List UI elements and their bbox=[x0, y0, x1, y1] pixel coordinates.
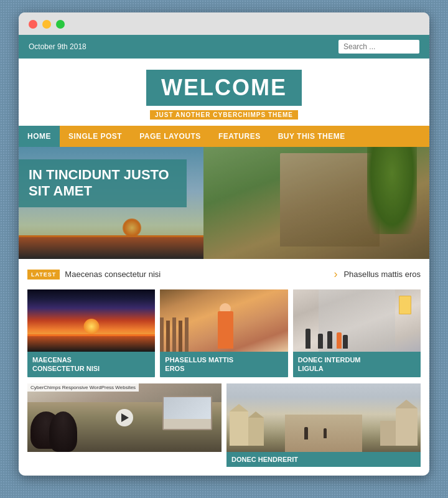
maximize-button[interactable] bbox=[56, 20, 65, 29]
monkey-shape-2 bbox=[49, 411, 77, 452]
browser-chrome bbox=[19, 12, 429, 35]
card-girl-image bbox=[160, 289, 287, 352]
village-building-3 bbox=[396, 408, 418, 446]
latest-item-2: Phasellus mattis eros bbox=[343, 270, 421, 279]
site-title: WELCOME bbox=[161, 75, 287, 101]
content-area: LATEST Maecenas consectetur nisi › Phase… bbox=[19, 263, 429, 476]
nav-item-buy-theme[interactable]: BUY THIS THEME bbox=[269, 126, 354, 147]
village-building-2 bbox=[248, 418, 264, 446]
top-bar: October 9th 2018 bbox=[19, 35, 429, 59]
fence-post-3 bbox=[172, 317, 176, 352]
bottom-card-village[interactable]: DONEC HENDRERIT bbox=[226, 383, 421, 467]
bottom-card-video[interactable]: CyberChimps Responsive WordPress Website… bbox=[27, 383, 222, 467]
browser-window: October 9th 2018 WELCOME JUST ANOTHER CY… bbox=[19, 12, 429, 476]
card-grid: MAECENASCONSECTETUR NISI PHASELLUS MATTI… bbox=[27, 289, 421, 377]
nav-item-features[interactable]: FEATURES bbox=[210, 126, 269, 147]
nav-item-single-post[interactable]: SINGLE POST bbox=[60, 126, 131, 147]
bottom-grid: CyberChimps Responsive WordPress Website… bbox=[27, 383, 421, 467]
card-phasellus[interactable]: PHASELLUS MATTISEROS bbox=[160, 289, 287, 377]
village-building-4 bbox=[380, 421, 396, 446]
card-label-maecenas: MAECENASCONSECTETUR NISI bbox=[27, 352, 155, 377]
girl-body bbox=[218, 311, 233, 349]
video-label-top: CyberChimps Responsive WordPress Website… bbox=[27, 383, 139, 392]
fence-post-1 bbox=[160, 317, 164, 352]
close-button[interactable] bbox=[29, 20, 37, 29]
card-label-donec: DONEC INTERDUMLIGULA bbox=[293, 352, 421, 377]
hero-title: IN TINCIDUNT JUSTO SIT AMET bbox=[29, 167, 177, 200]
village-building-1 bbox=[230, 411, 248, 446]
person-2 bbox=[318, 334, 323, 349]
latest-item-1: Maecenas consectetur nisi bbox=[65, 270, 327, 279]
village-person-1 bbox=[304, 427, 308, 439]
sign-shape bbox=[399, 296, 411, 314]
monitor-shape bbox=[162, 396, 212, 430]
video-image-wrapper: CyberChimps Responsive WordPress Website… bbox=[27, 383, 222, 452]
hero-section: IN TINCIDUNT JUSTO SIT AMET bbox=[19, 147, 429, 259]
nav-item-page-layouts[interactable]: PAGE LAYOUTS bbox=[131, 126, 210, 147]
date-display: October 9th 2018 bbox=[29, 42, 86, 51]
village-image-wrapper bbox=[226, 383, 421, 452]
person-3 bbox=[327, 331, 332, 349]
play-button[interactable] bbox=[116, 409, 133, 426]
search-input[interactable] bbox=[338, 40, 419, 54]
person-4 bbox=[337, 332, 342, 349]
village-person-2 bbox=[324, 428, 327, 438]
latest-bar: LATEST Maecenas consectetur nisi › Phase… bbox=[27, 263, 421, 286]
hero-text-box: IN TINCIDUNT JUSTO SIT AMET bbox=[19, 159, 187, 207]
card-maecenas[interactable]: MAECENASCONSECTETUR NISI bbox=[27, 289, 155, 377]
site-header: WELCOME JUST ANOTHER CYBERCHIMPS THEME bbox=[19, 59, 429, 126]
fence-post-2 bbox=[166, 321, 170, 352]
nav-item-home[interactable]: HOME bbox=[19, 126, 60, 147]
latest-badge: LATEST bbox=[27, 270, 60, 280]
card-sunset-image bbox=[27, 289, 155, 352]
bottom-card-label-village: DONEC HENDRERIT bbox=[226, 452, 421, 467]
site-tagline: JUST ANOTHER CYBERCHIMPS THEME bbox=[150, 110, 298, 120]
latest-arrow-icon: › bbox=[334, 268, 337, 281]
play-icon bbox=[121, 413, 129, 422]
card-donec[interactable]: DONEC INTERDUMLIGULA bbox=[293, 289, 421, 377]
card-label-phasellus: PHASELLUS MATTISEROS bbox=[160, 352, 287, 377]
person-5 bbox=[343, 335, 348, 349]
minimize-button[interactable] bbox=[42, 20, 51, 29]
site-title-box: WELCOME bbox=[146, 70, 302, 106]
card-street-image bbox=[293, 289, 421, 352]
nav-bar: HOME SINGLE POST PAGE LAYOUTS FEATURES B… bbox=[19, 126, 429, 147]
person-1 bbox=[306, 329, 310, 349]
fence-post-5 bbox=[185, 317, 189, 352]
fence-post-4 bbox=[179, 321, 182, 352]
